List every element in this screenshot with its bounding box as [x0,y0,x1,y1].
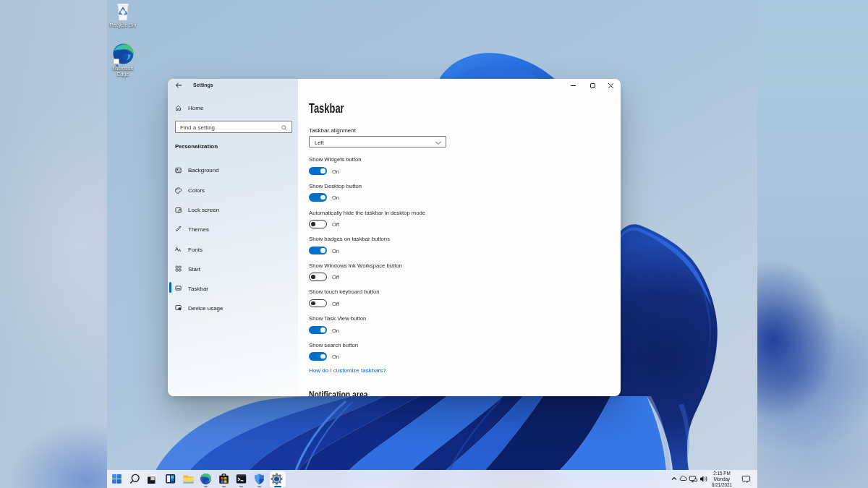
svg-text:A: A [179,248,182,252]
